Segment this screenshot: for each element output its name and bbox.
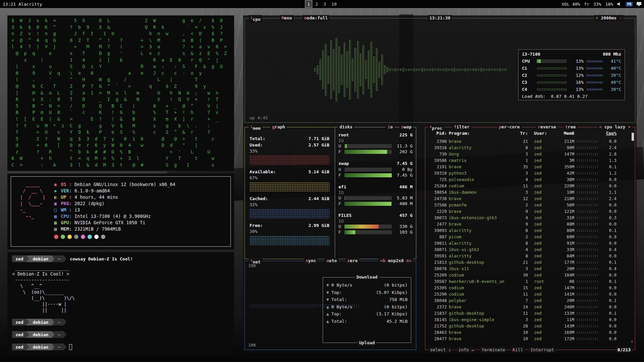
col-program[interactable]: Program: (449, 131, 516, 136)
cpu-graph-bar (413, 68, 415, 71)
cpu-box-label: cpu (253, 17, 260, 22)
disks-swap-button[interactable]: swap (399, 124, 413, 130)
powerline-separator-icon (26, 344, 29, 350)
process-row[interactable]: 38073ibus-extension-gtk34zed31M0.3 (428, 215, 628, 221)
col-pid[interactable]: Pid: (428, 131, 447, 136)
kill-button[interactable]: Kill (511, 347, 524, 353)
cowsay-terminal[interactable]: zeddebian~ cowsay Debian-Z Is Cool! ____… (7, 252, 234, 355)
zero-label: ero (350, 258, 358, 263)
keyboard-layout-badge[interactable]: FR (626, 2, 633, 6)
proc-threads: 12 (518, 196, 528, 201)
terminate-label: erminate (484, 347, 505, 352)
process-row[interactable]: 887picom2zed60M0.9 (428, 234, 628, 240)
sort-next-button[interactable]: > (628, 124, 631, 129)
process-row[interactable]: 28477brave10zed172M0.0 (428, 336, 628, 342)
process-row[interactable]: 25209codium30zed184M0.0 (428, 272, 628, 278)
status-item: fr (584, 2, 589, 7)
process-row[interactable]: 2477brave9zed88M0.0 (428, 221, 628, 227)
mem-graph-button[interactable]: graph (270, 124, 287, 130)
col-mem[interactable]: MemB (555, 131, 574, 136)
filter-button[interactable]: filter (452, 124, 471, 130)
mem-box: 2mem graph Total: 7.71 GiB Used:2.57 GiB… (245, 127, 416, 259)
process-row[interactable]: 38076ibus-x113zed20M0.4 (428, 265, 628, 272)
net-sync-button[interactable]: sync (304, 258, 318, 264)
iface-prev-button[interactable]: <b (380, 258, 385, 263)
process-row[interactable]: 37586pcmanfm2zed56M0.0 (428, 202, 628, 208)
workspace-button-2[interactable]: 2 (313, 1, 320, 7)
process-row[interactable]: 38054ibus-daemon3zed10M1.1 (428, 189, 628, 195)
proc-mem: 211M (555, 139, 574, 144)
sort-selector[interactable]: < cpu lazy > (597, 124, 632, 130)
process-row[interactable]: 39310python33zed42M1.2 (428, 170, 628, 176)
neofetch-info-row: ▤MEM: 2321MiB / 7904MiB (54, 226, 175, 232)
col-user[interactable]: User: (530, 131, 553, 136)
process-row[interactable]: 38071ibus-ui-gtk34zed33M0.4 (428, 246, 628, 253)
iface-next-button[interactable]: n> (406, 258, 412, 263)
process-row[interactable]: 725pulseaudio4zed38M0.0 (428, 176, 628, 183)
process-row[interactable]: 39586cmatrix1zed3M1.3 (428, 157, 628, 164)
process-row[interactable]: 730Xorg3zed147M2.8 (428, 151, 628, 157)
workspace-button-10[interactable]: 10 (329, 1, 339, 7)
scroll-down-icon[interactable]: ↓ (631, 339, 633, 344)
proc-scrollbar-thumb[interactable] (632, 133, 634, 141)
proc-threads: 3 (518, 190, 528, 195)
process-row[interactable]: 25305codium15zed147M0.0 (428, 285, 628, 291)
info-hint[interactable]: info ↵ (457, 347, 476, 353)
process-row[interactable]: 38048polybar7zed20M0.1 (428, 297, 628, 304)
disk-meter-key: U (338, 224, 342, 229)
cmatrix-terminal[interactable]: $ W J v k = 5 X 0 L 2 W g e / $ 0 3 k $ … (7, 15, 234, 171)
prompt-user: zed (12, 331, 26, 338)
interval-decrease-button[interactable]: - (619, 15, 622, 20)
col-threads[interactable]: Tr: (518, 131, 528, 136)
tree-button[interactable]: tree (564, 124, 577, 130)
proc-program: github-desktop (449, 260, 516, 265)
proc-pid: 39591 (428, 253, 447, 258)
net-interface-selector[interactable]: <b enp2s0 n> (378, 258, 413, 264)
process-row[interactable]: 39587kworker/u8:0-events_un1root0B0.1 (428, 278, 628, 285)
interrupt-button[interactable]: Interrupt (529, 347, 555, 353)
col-cpu[interactable]: Cpu% (602, 131, 616, 136)
reverse-button[interactable]: reverse (536, 124, 558, 130)
process-row[interactable]: 39316alacritty8zed90M2.4 (428, 144, 628, 151)
fetch-terminal[interactable]: _____ / __ \ | / | | \___- -_ --_ ◉OS : … (7, 174, 234, 249)
volume-icon[interactable] (617, 2, 622, 6)
mem-box-title: 2mem (249, 124, 262, 131)
menu-button[interactable]: Menu (280, 15, 293, 21)
process-row[interactable]: 38145ibus-engine-simple3zed11M0.0 (428, 316, 628, 323)
process-row[interactable]: 39591alacritty8zed84M0.0 (428, 253, 628, 259)
mode-button[interactable]: mode:full (303, 15, 329, 21)
process-row[interactable]: 28463brave10zed169M0.0 (428, 329, 628, 336)
net-auto-button[interactable]: auto (325, 258, 338, 264)
reverse-hotkey: r (538, 124, 540, 129)
process-row[interactable]: 24738brave12zed218M2.4 (428, 195, 628, 202)
process-row[interactable]: 25290codium11zed141M0.0 (428, 291, 628, 297)
terminate-button[interactable]: Terminate (480, 347, 506, 353)
neofetch-label: WM : (61, 207, 74, 213)
proc-threads: 4 (518, 247, 528, 252)
sort-prev-button[interactable]: < (599, 124, 602, 129)
disks-io-button[interactable]: io (386, 124, 394, 130)
interval-increase-button[interactable]: + (596, 15, 598, 20)
process-row[interactable]: 21813github-desktop21zed177M0.1 (428, 259, 628, 265)
process-row[interactable]: 21752github-desktop28zed143M0.0 (428, 323, 628, 329)
per-core-button[interactable]: per-core (497, 124, 522, 130)
process-row[interactable]: 21837github-desktop11zed132M0.1 (428, 310, 628, 316)
refresh-interval-control[interactable]: + 2000ms - (594, 15, 624, 21)
process-row[interactable]: 2191brave35zed350M0.1 (428, 164, 628, 170)
process-row[interactable]: 2398brave21zed211M0.0 (428, 138, 628, 144)
workspace-button-3[interactable]: 3 (321, 1, 328, 7)
disk-usage-bar (344, 202, 392, 206)
core-name: C1 (522, 66, 534, 71)
process-row[interactable]: 2372brave14zed246M0.0 (428, 304, 628, 310)
process-row[interactable]: 25264codium11zed229M0.0 (428, 183, 628, 189)
btop-terminal[interactable]: 1cpu Menu mode:full 13:21:38 + 2000ms - … (243, 15, 637, 353)
net-zero-button[interactable]: zero (345, 258, 359, 264)
process-row[interactable]: 39811alacritty8zed91M0.0 (428, 240, 628, 246)
display-icon[interactable] (637, 2, 641, 6)
process-row[interactable]: 39093alacritty8zed86M0.1 (428, 227, 628, 234)
proc-program: codium (449, 292, 516, 297)
proc-cpu-percent: 0.0 (602, 241, 616, 246)
workspace-button-1[interactable]: 1 (305, 1, 312, 7)
process-row[interactable]: 2229brave9zed121M0.0 (428, 208, 628, 215)
focused-window-title: Alacritty (18, 2, 42, 7)
